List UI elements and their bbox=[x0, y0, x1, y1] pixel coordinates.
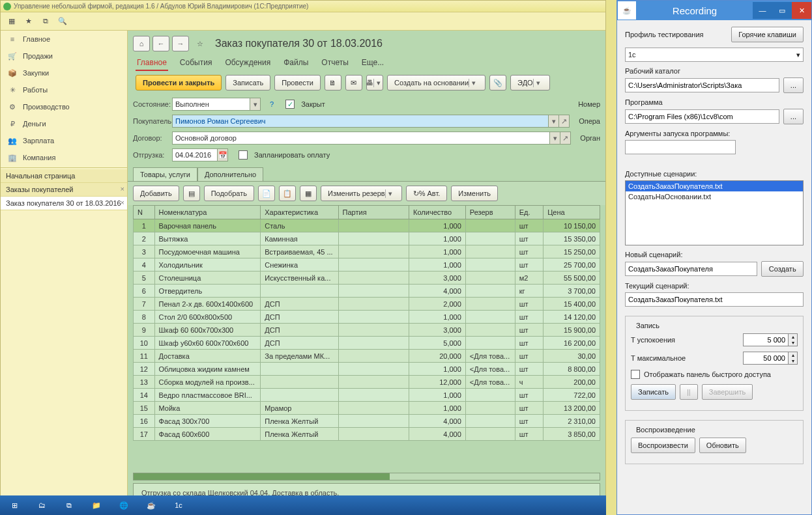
search-icon[interactable]: 🔍 bbox=[57, 16, 68, 27]
profile-select[interactable]: 1с▾ bbox=[625, 48, 804, 62]
scenario-item[interactable]: СоздатьНаОсновании.txt bbox=[626, 191, 803, 202]
taskbar-button[interactable]: 📁 bbox=[83, 496, 109, 514]
column-header[interactable]: Партия bbox=[338, 206, 409, 219]
copy-rows-button[interactable]: 📄 bbox=[258, 186, 275, 201]
sidebar-item[interactable]: 👥Зарплата bbox=[1, 132, 127, 149]
pick-button[interactable]: Подобрать bbox=[204, 186, 254, 201]
table-row[interactable]: 1Варочная панельСталь1,000шт10 150,00 bbox=[134, 219, 600, 232]
table-row[interactable]: 5СтолешницаИскусственный ка...3,000м255 … bbox=[134, 271, 600, 285]
column-header[interactable]: Характеристика bbox=[261, 206, 338, 219]
show-qa-checkbox[interactable]: ✓ bbox=[631, 370, 640, 379]
sidebar-item[interactable]: ✳Работы bbox=[1, 81, 127, 98]
t-max-input[interactable]: ▴▾ bbox=[743, 352, 798, 365]
plan-payment-checkbox[interactable]: ✓ bbox=[239, 150, 248, 160]
table-row[interactable]: 14Ведро пластмассовое BRI...1,000шт722,0… bbox=[134, 389, 600, 402]
sidebar-item[interactable]: 📦Закупки bbox=[1, 64, 127, 81]
open-tab-item[interactable]: Заказ покупателя 30 от 18.03.2016× bbox=[1, 197, 127, 210]
new-scenario-input[interactable] bbox=[625, 262, 757, 276]
recording-titlebar[interactable]: ☕ Recording — ▭ ✕ bbox=[617, 1, 811, 20]
back-button[interactable]: ← bbox=[152, 36, 169, 51]
minimize-button[interactable]: — bbox=[753, 2, 772, 19]
grid-icon-button[interactable]: ▦ bbox=[300, 186, 317, 201]
state-select[interactable]: Выполнен bbox=[172, 98, 250, 111]
sidebar-item[interactable]: 🛒Продажи bbox=[1, 48, 127, 64]
table-row[interactable]: 9Шкаф 60 600х700х300ДСП3,000шт15 900,00 bbox=[134, 324, 600, 337]
post-and-close-button[interactable]: Провести и закрыть bbox=[136, 75, 222, 90]
table-row[interactable]: 7Пенал 2-х дв. 600х1400х600ДСП2,000шт15 … bbox=[134, 298, 600, 311]
doc-icon-button[interactable]: 🗎 bbox=[325, 75, 341, 90]
help-icon[interactable]: ? bbox=[270, 100, 274, 108]
horizontal-scrollbar[interactable] bbox=[133, 473, 600, 480]
chevron-down-icon[interactable]: ▾ bbox=[549, 115, 559, 128]
sub-tab[interactable]: Дополнительно bbox=[197, 167, 263, 181]
open-tab-item[interactable]: Начальная страница bbox=[1, 169, 127, 183]
column-header[interactable]: Номенклатура bbox=[154, 206, 261, 219]
column-header[interactable]: Ед. bbox=[515, 206, 543, 219]
t-settle-input[interactable]: ▴▾ bbox=[743, 333, 798, 346]
sub-tab[interactable]: Товары, услуги bbox=[133, 167, 197, 181]
play-button[interactable]: Воспроизвести bbox=[631, 438, 695, 453]
sidebar-item[interactable]: ₽Деньги bbox=[1, 115, 127, 132]
home-button[interactable]: ⌂ bbox=[133, 36, 150, 51]
hotkeys-button[interactable]: Горячие клавиши bbox=[731, 27, 804, 42]
items-grid[interactable]: NНоменклатураХарактеристикаПартияКоличес… bbox=[133, 205, 600, 473]
close-icon[interactable]: × bbox=[121, 185, 124, 193]
refresh-button[interactable]: Обновить bbox=[699, 438, 746, 453]
taskbar-button[interactable]: ☕ bbox=[138, 496, 164, 514]
page-tab[interactable]: Отчеты bbox=[320, 55, 349, 71]
change-reserve-dropdown[interactable]: Изменить резерв▾ bbox=[321, 186, 402, 201]
table-row[interactable]: 15МойкаМрамор1,000шт13 200,00 bbox=[134, 402, 600, 415]
contract-input[interactable]: Основной договор bbox=[172, 132, 550, 145]
column-header[interactable]: Количество bbox=[409, 206, 466, 219]
args-input[interactable] bbox=[625, 140, 736, 154]
scenarios-list[interactable]: СоздатьЗаказПокупателя.txtСоздатьНаОснов… bbox=[625, 180, 804, 245]
paste-rows-button[interactable]: 📋 bbox=[279, 186, 296, 201]
write-button[interactable]: Записать bbox=[225, 75, 270, 90]
scenario-item[interactable]: СоздатьЗаказПокупателя.txt bbox=[626, 181, 803, 191]
sidebar-item[interactable]: ≡Главное bbox=[1, 31, 127, 48]
change-button[interactable]: Изменить bbox=[451, 186, 498, 201]
column-header[interactable]: Цена bbox=[544, 206, 600, 219]
closed-checkbox[interactable]: ✓ bbox=[285, 100, 295, 109]
pct-auto-button[interactable]: ↻ % Авт. bbox=[406, 186, 448, 201]
table-row[interactable]: 12Облицовка жидким камнем1,000<Для това.… bbox=[134, 363, 600, 376]
attach-button[interactable]: 📎 bbox=[489, 75, 506, 90]
close-icon[interactable]: × bbox=[121, 199, 124, 206]
chevron-down-icon[interactable]: ▾ bbox=[250, 98, 261, 111]
page-tab[interactable]: Еще... bbox=[360, 55, 385, 71]
table-row[interactable]: 16Фасад 300х700Пленка Желтый4,000шт2 310… bbox=[134, 415, 600, 428]
page-tab[interactable]: Обсуждения bbox=[224, 55, 272, 71]
table-row[interactable]: 3Посудомоечная машинаВстраиваемая, 45 ..… bbox=[134, 245, 600, 258]
chevron-down-icon[interactable]: ▾ bbox=[550, 132, 560, 145]
table-row[interactable]: 4ХолодильникСнежинка1,000шт25 700,00 bbox=[134, 258, 600, 271]
pause-button[interactable]: || bbox=[680, 384, 698, 400]
shipment-date-input[interactable]: 04.04.2016 bbox=[172, 148, 218, 161]
star-icon[interactable]: ★ bbox=[23, 16, 35, 27]
forward-button[interactable]: → bbox=[172, 36, 189, 51]
calendar-icon[interactable]: 📅 bbox=[218, 148, 228, 161]
open-icon[interactable]: ↗ bbox=[560, 132, 571, 145]
table-row[interactable]: 11ДоставкаЗа пределами МК...20,000<Для т… bbox=[134, 350, 600, 363]
table-row[interactable]: 6Отвердитель4,000кг3 700,00 bbox=[134, 285, 600, 298]
finish-button[interactable]: Завершить bbox=[702, 384, 753, 400]
column-header[interactable]: N bbox=[134, 206, 155, 219]
add-button[interactable]: Добавить bbox=[133, 186, 179, 201]
taskbar-button[interactable]: ⧉ bbox=[56, 496, 82, 514]
workdir-input[interactable] bbox=[625, 78, 779, 92]
apps-icon[interactable]: ▦ bbox=[6, 16, 18, 27]
mail-icon-button[interactable]: ✉ bbox=[345, 75, 362, 90]
page-tab[interactable]: Главное bbox=[136, 55, 168, 71]
page-tab[interactable]: Файлы bbox=[282, 55, 310, 71]
current-scenario-input[interactable] bbox=[625, 292, 804, 307]
print-dropdown[interactable]: 🖶▾ bbox=[366, 75, 383, 90]
taskbar-button[interactable]: 1c bbox=[166, 496, 192, 514]
close-button[interactable]: ✕ bbox=[792, 2, 811, 19]
taskbar[interactable]: ⊞🗂⧉📁🌐☕1c bbox=[0, 495, 606, 515]
column-header[interactable]: Резерв bbox=[465, 206, 515, 219]
favorite-icon[interactable]: ☆ bbox=[192, 36, 209, 51]
table-row[interactable]: 8Стол 2/0 600х800х500ДСП1,000шт14 120,00 bbox=[134, 311, 600, 324]
open-icon[interactable]: ↗ bbox=[559, 115, 570, 128]
taskbar-button[interactable]: ⊞ bbox=[1, 496, 27, 514]
workdir-browse-button[interactable]: ... bbox=[783, 77, 804, 93]
taskbar-button[interactable]: 🗂 bbox=[29, 496, 55, 514]
